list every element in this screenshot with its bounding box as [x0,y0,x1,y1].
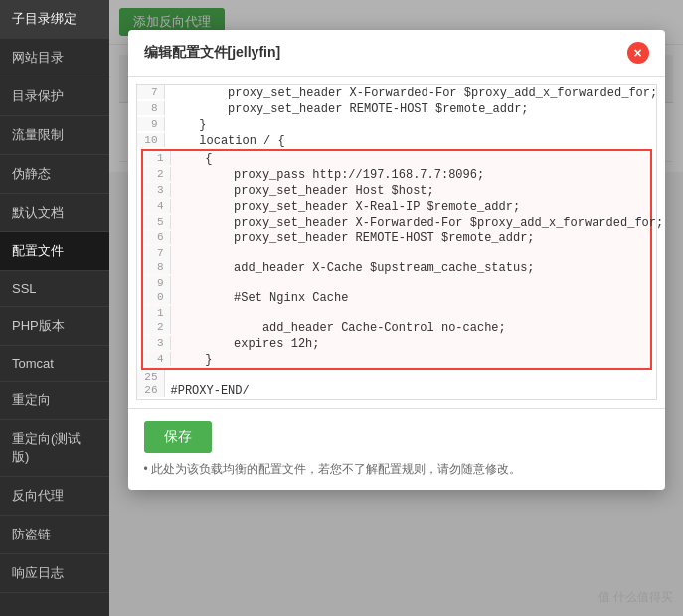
sidebar-item-default-doc[interactable]: 默认文档 [0,194,109,232]
sidebar-item-website-dir[interactable]: 网站目录 [0,39,109,77]
sidebar-item-dir-protect[interactable]: 目录保护 [0,77,109,116]
sidebar-item-ssl[interactable]: SSL [0,271,109,307]
code-line-26: 26 #PROXY-END/ [137,384,656,399]
highlighted-code-block: 1 { 2 proxy_pass http://197.168.7.7:8096… [141,149,652,370]
hl-line-2: 2 proxy_pass http://197.168.7.7:8096; [143,167,650,183]
modal-header: 编辑配置文件[jellyfin] × [128,30,665,77]
hl-line-5: 5 proxy_set_header X-Forwarded-For $prox… [143,215,650,231]
sidebar-item-config-file[interactable]: 配置文件 [0,232,109,271]
modal-dialog: 编辑配置文件[jellyfin] × 7 proxy_set_header X-… [128,30,665,490]
note-item: • 此处为该负载均衡的配置文件，若您不了解配置规则，请勿随意修改。 [144,461,649,478]
code-line-7: 7 proxy_set_header X-Forwarded-For $prox… [137,85,656,101]
code-line-10: 10 location / { [137,133,656,149]
code-line-8: 8 proxy_set_header REMOTE-HOST $remote_a… [137,101,656,117]
main-content: 添加反向代理 名称 代理目录 目标url 缓存 状态 操作 jellyfin /… [109,0,683,616]
note-text: • 此处为该负载均衡的配置文件，若您不了解配置规则，请勿随意修改。 [144,461,522,478]
hl-line-12: 2 add_header Cache-Control no-cache; [143,320,650,336]
sidebar-item-redirect[interactable]: 重定向 [0,382,109,420]
sidebar-item-response-log[interactable]: 响应日志 [0,554,109,593]
sidebar-item-traffic-limit[interactable]: 流量限制 [0,116,109,155]
hl-line-7: 7 [143,246,650,260]
modal-title: 编辑配置文件[jellyfin] [144,44,281,62]
hl-line-4: 4 proxy_set_header X-Real-IP $remote_add… [143,199,650,215]
sidebar-item-php-version[interactable]: PHP版本 [0,307,109,346]
code-line-25: 25 [137,370,656,384]
sidebar-item-hotlink[interactable]: 防盗链 [0,516,109,554]
sidebar-item-reverse-proxy[interactable]: 反向代理 [0,477,109,516]
sidebar-item-pseudo-static[interactable]: 伪静态 [0,155,109,194]
sidebar: 子目录绑定 网站目录 目录保护 流量限制 伪静态 默认文档 配置文件 SSL P… [0,0,109,616]
save-button[interactable]: 保存 [144,421,212,453]
modal-body: 7 proxy_set_header X-Forwarded-For $prox… [128,77,665,408]
sidebar-item-subdir-binding[interactable]: 子目录绑定 [0,0,109,39]
code-line-9: 9 } [137,117,656,133]
modal-close-button[interactable]: × [627,42,649,64]
hl-line-3: 3 proxy_set_header Host $host; [143,183,650,199]
sidebar-item-tomcat[interactable]: Tomcat [0,346,109,382]
hl-line-8: 8 add_header X-Cache $upstream_cache_sta… [143,260,650,276]
hl-line-9: 9 [143,276,650,290]
code-editor[interactable]: 7 proxy_set_header X-Forwarded-For $prox… [136,84,657,400]
modal-overlay: 编辑配置文件[jellyfin] × 7 proxy_set_header X-… [109,0,683,616]
hl-line-14: 4 } [143,352,650,368]
sidebar-item-redirect-test[interactable]: 重定向(测试版) [0,420,109,477]
hl-line-1: 1 { [143,151,650,167]
modal-footer: 保存 • 此处为该负载均衡的配置文件，若您不了解配置规则，请勿随意修改。 [128,408,665,490]
hl-line-6: 6 proxy_set_header REMOTE-HOST $remote_a… [143,231,650,246]
hl-line-11: 1 [143,306,650,320]
hl-line-10: 0 #Set Nginx Cache [143,290,650,306]
hl-line-13: 3 expires 12h; [143,336,650,352]
